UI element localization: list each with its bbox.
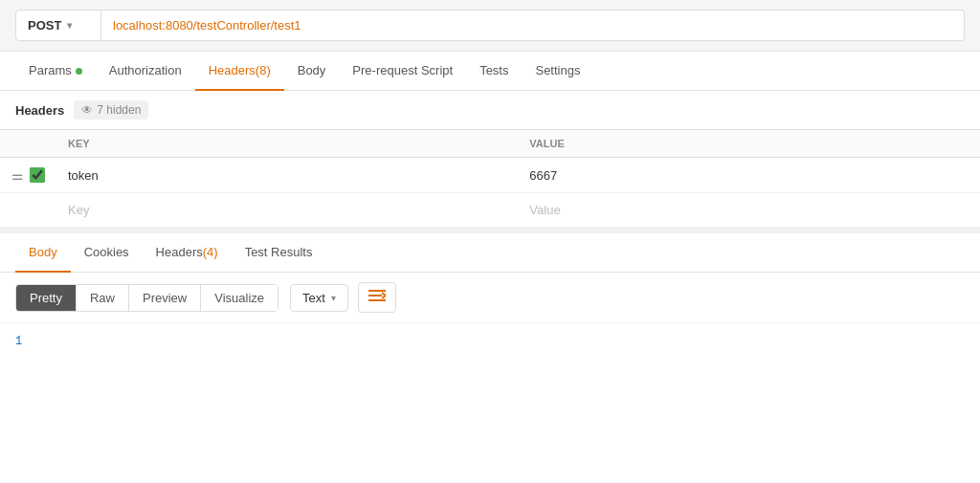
text-selector-chevron-icon: ▾ [331,293,336,303]
params-dot [76,68,82,75]
headers-label: Headers [15,103,64,118]
text-type-selector[interactable]: Text ▾ [290,284,348,312]
method-selector[interactable]: POST ▾ [15,10,101,41]
request-tabs: Params Authorization Headers(8) Body Pre… [0,52,980,91]
filter-icon: ⚌ [11,167,24,183]
row-checkbox[interactable] [30,167,45,183]
headers-table: KEY VALUE ⚌ token 6667 Key [0,130,980,228]
col-value-header: VALUE [518,130,980,158]
raw-button[interactable]: Raw [77,285,129,311]
visualize-button[interactable]: Visualize [201,285,278,311]
text-type-label: Text [302,291,325,305]
response-tab-test-results[interactable]: Test Results [232,233,326,273]
wrap-button[interactable] [358,282,396,313]
col-key-header: KEY [56,130,518,158]
hidden-badge[interactable]: 👁 7 hidden [74,100,148,120]
url-input[interactable] [101,10,965,41]
method-label: POST [28,18,61,33]
tab-params[interactable]: Params [15,52,96,91]
empty-table-row: Key Value [0,193,980,228]
format-toolbar: Pretty Raw Preview Visualize Text ▾ [0,273,980,323]
url-bar: POST ▾ [0,0,980,52]
tab-pre-request[interactable]: Pre-request Script [339,52,466,91]
key-placeholder: Key [68,203,89,217]
col-controls-header [0,130,56,158]
line-number-1: 1 [15,335,22,348]
response-tab-cookies[interactable]: Cookies [71,233,143,273]
tab-tests[interactable]: Tests [466,52,522,91]
response-tab-body[interactable]: Body [15,233,71,273]
table-row: ⚌ token 6667 [0,158,980,193]
tab-headers[interactable]: Headers(8) [195,52,284,91]
preview-button[interactable]: Preview [129,285,201,311]
wrap-icon [368,289,386,302]
hidden-count: 7 hidden [97,103,141,117]
key-cell: token [68,168,99,183]
format-group: Pretty Raw Preview Visualize [15,284,278,312]
response-tab-headers[interactable]: Headers(4) [143,233,232,273]
tab-authorization[interactable]: Authorization [96,52,195,91]
eye-icon: 👁 [81,103,93,117]
response-section: Body Cookies Headers(4) Test Results Pre… [0,228,980,360]
response-tabs: Body Cookies Headers(4) Test Results [0,233,980,273]
value-placeholder: Value [529,203,560,217]
value-cell: 6667 [529,168,557,183]
code-area: 1 [0,323,980,360]
tab-body[interactable]: Body [284,52,340,91]
tab-settings[interactable]: Settings [522,52,593,91]
pretty-button[interactable]: Pretty [16,285,77,311]
method-chevron-icon: ▾ [67,20,72,31]
headers-section: Headers 👁 7 hidden [0,91,980,130]
